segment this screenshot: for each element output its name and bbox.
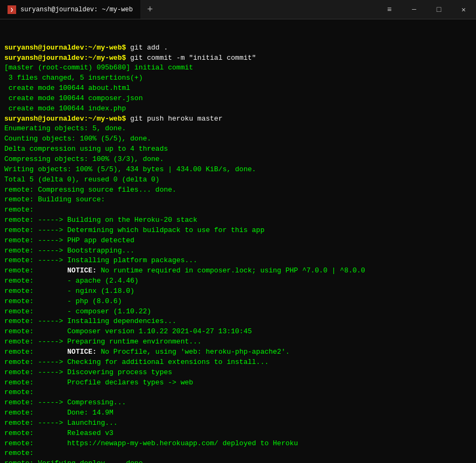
- terminal-line: remote: - apache (2.4.46): [4, 276, 472, 286]
- command: git add .: [126, 44, 168, 52]
- terminal-line: remote: NOTICE: No runtime required in c…: [4, 266, 472, 276]
- terminal-line: remote: -----> Determining which buildpa…: [4, 226, 472, 236]
- terminal-line: remote: Building source:: [4, 195, 472, 205]
- terminal-line: remote: - nginx (1.18.0): [4, 286, 472, 297]
- prompt: suryansh@journaldev:~/my-web$: [4, 44, 126, 52]
- terminal-line: remote: NOTICE: No Procfile, using 'web:…: [4, 347, 472, 357]
- settings-button[interactable]: ≡: [377, 0, 402, 19]
- terminal-line: remote: Compressing source files... done…: [4, 185, 472, 195]
- terminal-line: remote:: [4, 205, 472, 215]
- titlebar: ❯ suryansh@journaldev: ~/my-web + ≡: [0, 0, 476, 19]
- terminal-line: remote: -----> Preparing runtime environ…: [4, 337, 472, 347]
- terminal-line: remote: https://newapp-my-web.herokuapp.…: [4, 439, 472, 449]
- notice-label: NOTICE:: [67, 348, 97, 356]
- terminal-line: remote: -----> Discovering process types: [4, 368, 472, 378]
- notice-text: No runtime required in composer.lock; us…: [97, 266, 365, 275]
- terminal-line: remote:: [4, 388, 472, 398]
- terminal-line: Writing objects: 100% (5/5), 434 bytes |…: [4, 165, 472, 175]
- terminal-line: 3 files changed, 5 insertions(+): [4, 73, 472, 83]
- terminal-line: suryansh@journaldev:~/my-web$ git commit…: [4, 53, 472, 64]
- terminal-line: remote: Released v3: [4, 429, 472, 439]
- close-button[interactable]: [451, 0, 476, 19]
- terminal-line: remote: -----> Checking for additional e…: [4, 357, 472, 368]
- prompt: suryansh@journaldev:~/my-web$: [4, 54, 126, 62]
- tab-label: suryansh@journaldev: ~/my-web: [20, 6, 133, 13]
- terminal-line: Total 5 (delta 0), reused 0 (delta 0): [4, 175, 472, 185]
- window-controls: ≡: [377, 0, 476, 19]
- close-icon: [461, 5, 466, 14]
- terminal-line: remote: -----> Installing platform packa…: [4, 256, 472, 266]
- terminal-output[interactable]: suryansh@journaldev:~/my-web$ git add .s…: [0, 19, 476, 463]
- notice-text: No Procfile, using 'web: heroku-php-apac…: [97, 348, 290, 356]
- terminal-line: suryansh@journaldev:~/my-web$ git push h…: [4, 114, 472, 124]
- notice-prefix: remote:: [4, 348, 67, 356]
- minimize-icon: [412, 5, 416, 13]
- terminal-line: remote: - php (8.0.6): [4, 297, 472, 307]
- terminal-line: Enumerating objects: 5, done.: [4, 124, 472, 134]
- terminal-line: remote: -----> Launching...: [4, 418, 472, 429]
- maximize-button[interactable]: [427, 0, 451, 19]
- terminal-line: remote: -----> PHP app detected: [4, 236, 472, 246]
- terminal-line: Counting objects: 100% (5/5), done.: [4, 134, 472, 144]
- settings-icon: ≡: [387, 5, 392, 14]
- terminal-line: create mode 100644 index.php: [4, 104, 472, 114]
- terminal-line: create mode 100644 about.html: [4, 83, 472, 94]
- terminal-line: remote: Verifying deploy.... done.: [4, 459, 472, 463]
- command: git commit -m "initial commit": [126, 54, 256, 62]
- terminal-line: remote: -----> Compressing...: [4, 398, 472, 408]
- notice-prefix: remote:: [4, 266, 67, 275]
- terminal-line: remote: - composer (1.10.22): [4, 307, 472, 317]
- terminal-line: Delta compression using up to 4 threads: [4, 144, 472, 155]
- terminal-line: Compressing objects: 100% (3/3), done.: [4, 155, 472, 165]
- command: git push heroku master: [126, 115, 222, 123]
- terminal-line: remote: Procfile declares types -> web: [4, 378, 472, 388]
- terminal-line: remote: -----> Bootstrapping...: [4, 246, 472, 256]
- notice-label: NOTICE:: [67, 266, 97, 275]
- titlebar-left: ❯ suryansh@journaldev: ~/my-web +: [0, 0, 160, 19]
- prompt: suryansh@journaldev:~/my-web$: [4, 115, 126, 123]
- terminal-line: remote: Composer version 1.10.22 2021-04…: [4, 327, 472, 337]
- terminal-line: remote: -----> Installing dependencies..…: [4, 317, 472, 327]
- terminal-line: remote:: [4, 448, 472, 459]
- active-tab[interactable]: ❯ suryansh@journaldev: ~/my-web: [0, 0, 140, 19]
- terminal-window: ❯ suryansh@journaldev: ~/my-web + ≡ sury…: [0, 0, 476, 463]
- terminal-line: remote: -----> Building on the Heroku-20…: [4, 215, 472, 226]
- shell-icon: ❯: [8, 5, 16, 14]
- terminal-line: suryansh@journaldev:~/my-web$ git add .: [4, 43, 472, 53]
- minimize-button[interactable]: [402, 0, 427, 19]
- terminal-line: remote: Done: 14.9M: [4, 408, 472, 418]
- new-tab-button[interactable]: +: [140, 0, 160, 19]
- terminal-line: create mode 100644 composer.json: [4, 94, 472, 104]
- maximize-icon: [437, 5, 441, 14]
- terminal-line: [master (root-commit) 095b680] initial c…: [4, 63, 472, 73]
